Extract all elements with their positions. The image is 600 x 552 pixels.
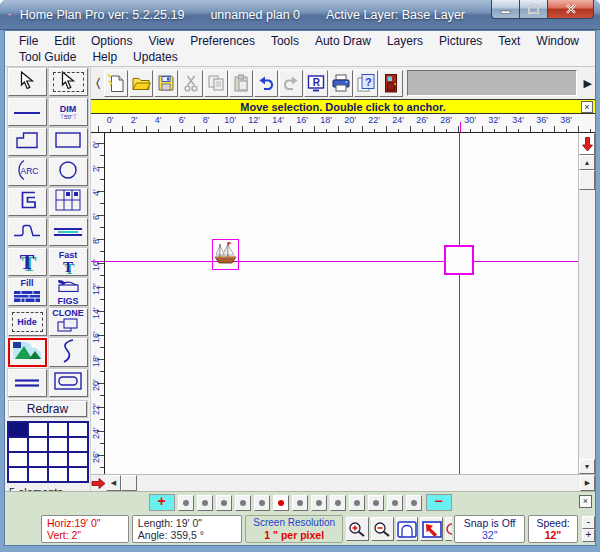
grid-cell[interactable] (48, 437, 68, 452)
rectangle-tool[interactable] (49, 128, 88, 156)
grid-cell[interactable] (48, 452, 68, 467)
circle-tool[interactable] (49, 158, 88, 186)
fast-text-tool[interactable]: FastT (49, 248, 88, 276)
menu-item-view[interactable]: View (140, 33, 182, 49)
selection-square[interactable] (444, 245, 474, 275)
grid-cell[interactable] (8, 467, 28, 482)
double-line-tool[interactable] (49, 218, 88, 246)
arc-tool[interactable]: ARC (8, 158, 47, 186)
vertical-scroll-track[interactable] (579, 190, 595, 459)
select-tool[interactable] (49, 68, 88, 96)
zoom-in-button[interactable] (346, 517, 369, 541)
zoom-window-button[interactable] (396, 517, 419, 541)
fill-tool[interactable]: Fill (8, 278, 47, 306)
curve-tool[interactable] (8, 218, 47, 246)
grid-cell[interactable] (28, 452, 48, 467)
drawing-canvas[interactable] (105, 133, 578, 474)
zoom-step-button-6[interactable] (273, 495, 289, 511)
minimize-button[interactable] (491, 0, 520, 19)
menu-item-updates[interactable]: Updates (125, 49, 186, 65)
toolbar-scroll-left[interactable]: 〈 (93, 75, 103, 91)
grid-cell[interactable] (48, 467, 68, 482)
zoom-step-button-2[interactable] (197, 495, 213, 511)
vertical-scroll-thumb[interactable] (579, 170, 595, 190)
grid-cell[interactable] (68, 437, 88, 452)
snap-panel[interactable]: Snap is Off 32" (454, 515, 525, 543)
grid-cell[interactable] (68, 422, 88, 437)
menu-item-tool-guide[interactable]: Tool Guide (11, 49, 84, 65)
grid-cell[interactable] (8, 422, 28, 437)
clone-tool[interactable]: CLONE (49, 308, 88, 336)
horizontal-scroll-thumb[interactable] (121, 475, 137, 491)
menu-item-help[interactable]: Help (84, 49, 125, 65)
wall-tool[interactable] (8, 188, 47, 216)
text-tool[interactable]: T (8, 248, 47, 276)
pointer-tool[interactable] (8, 68, 47, 96)
toolbar-scroll-right[interactable]: ▶ (581, 77, 595, 90)
zoom-step-button-9[interactable] (330, 495, 346, 511)
cabinet-tool[interactable] (49, 188, 88, 216)
rounded-rect-tool[interactable] (49, 369, 88, 397)
red-right-arrow-button[interactable] (91, 475, 106, 491)
freehand-tool[interactable] (49, 338, 88, 367)
help-button[interactable]: ? (354, 70, 378, 97)
report-button[interactable]: R (304, 70, 328, 97)
horizontal-scroll-track[interactable] (137, 475, 580, 491)
zoom-step-button-8[interactable] (311, 495, 327, 511)
zoom-step-button-11[interactable] (368, 495, 384, 511)
open-file-button[interactable] (129, 70, 153, 97)
scroll-left-button[interactable]: ◀ (106, 475, 121, 491)
speed-increase-button[interactable]: + (582, 529, 595, 542)
line-tool[interactable] (8, 98, 47, 126)
exit-button[interactable] (379, 70, 403, 97)
grid-cell[interactable] (48, 422, 68, 437)
zoom-step-button-5[interactable] (254, 495, 270, 511)
ship-image-element[interactable] (212, 239, 239, 270)
zoom-step-button-12[interactable] (387, 495, 403, 511)
maximize-button[interactable] (520, 0, 547, 19)
hide-tool[interactable]: Hide (8, 308, 47, 336)
scroll-down-button[interactable]: ▼ (579, 459, 595, 474)
redraw-button[interactable]: Redraw (9, 401, 87, 417)
new-file-button[interactable] (104, 70, 128, 97)
dimension-tool[interactable]: DIM⊤5'0"⊤ (49, 98, 88, 126)
red-down-arrow-button[interactable] (579, 133, 595, 155)
scroll-up-button[interactable]: ▲ (579, 155, 595, 170)
menu-item-tools[interactable]: Tools (263, 33, 307, 49)
clipped-tool-button[interactable] (445, 517, 452, 541)
zoom-step-button-13[interactable] (406, 495, 422, 511)
scroll-right-button[interactable]: ▶ (580, 475, 595, 491)
parallel-lines-tool[interactable] (8, 369, 47, 397)
menu-item-edit[interactable]: Edit (46, 33, 83, 49)
image-tool[interactable] (8, 338, 47, 367)
strip-close-icon[interactable]: × (579, 495, 592, 508)
zoom-step-button-7[interactable] (292, 495, 308, 511)
print-button[interactable] (329, 70, 353, 97)
message-close-icon[interactable]: × (581, 101, 593, 113)
menu-item-preferences[interactable]: Preferences (182, 33, 263, 49)
menu-item-window[interactable]: Window (528, 33, 587, 49)
grid-cell[interactable] (28, 422, 48, 437)
zoom-step-button-1[interactable] (178, 495, 194, 511)
menu-item-layers[interactable]: Layers (379, 33, 431, 49)
polygon-tool[interactable] (8, 128, 47, 156)
save-button[interactable] (154, 70, 178, 97)
speed-decrease-button[interactable]: - (582, 516, 595, 529)
zoom-out-button[interactable] (371, 517, 394, 541)
zoom-step-button-3[interactable] (216, 495, 232, 511)
grid-cell[interactable] (28, 437, 48, 452)
menu-item-text[interactable]: Text (490, 33, 528, 49)
previous-view-button[interactable] (420, 517, 443, 541)
figures-tool[interactable]: FIGS (49, 278, 88, 306)
menu-item-pictures[interactable]: Pictures (431, 33, 490, 49)
menu-item-auto-draw[interactable]: Auto Draw (307, 33, 379, 49)
zoom-plus-button[interactable]: + (149, 494, 175, 511)
close-button[interactable] (547, 0, 594, 19)
grid-cell[interactable] (8, 437, 28, 452)
menu-item-options[interactable]: Options (83, 33, 140, 49)
zoom-step-button-4[interactable] (235, 495, 251, 511)
zoom-step-button-10[interactable] (349, 495, 365, 511)
grid-cell[interactable] (68, 452, 88, 467)
grid-cell[interactable] (68, 467, 88, 482)
grid-cell[interactable] (28, 467, 48, 482)
